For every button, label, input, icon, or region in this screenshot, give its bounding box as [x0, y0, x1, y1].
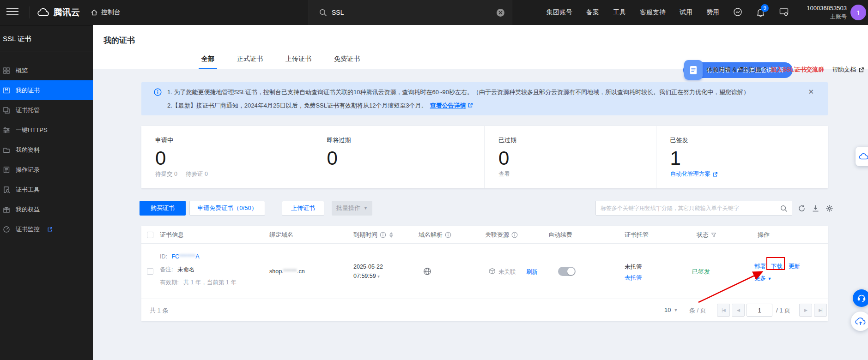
feedback-text: 体验吐槽 & 遇到问题？	[707, 66, 768, 74]
cloud-assistant-button[interactable]	[851, 312, 868, 331]
expire-time: 07:59:59 ▾	[353, 273, 380, 279]
external-link-icon	[467, 102, 473, 108]
apply-free-cert-button[interactable]: 申请免费证书（0/50）	[189, 201, 265, 216]
next-page-button[interactable]: ▶	[799, 304, 812, 317]
close-icon[interactable]: ✕	[808, 88, 814, 96]
console-link[interactable]: 控制台	[91, 0, 121, 25]
log-icon	[3, 166, 10, 174]
search-icon[interactable]	[780, 205, 788, 212]
info-icon[interactable]	[380, 232, 386, 238]
external-link-icon	[858, 67, 864, 73]
tencent-cloud-logo[interactable]: 腾讯云	[37, 0, 80, 25]
home-icon	[91, 9, 98, 16]
external-link-icon	[712, 172, 718, 177]
console-settings-icon[interactable]	[779, 8, 789, 18]
table-search-input[interactable]	[596, 201, 792, 215]
nav-item-support[interactable]: 客服支持	[640, 8, 666, 17]
info-icon	[154, 88, 162, 97]
nav-item-tools[interactable]: 工具	[613, 8, 626, 17]
resource-icon	[489, 268, 496, 275]
first-page-button[interactable]: |◀	[717, 304, 730, 317]
row-checkbox[interactable]	[147, 268, 153, 275]
notifications-bell-icon[interactable]: 9	[756, 8, 765, 17]
last-page-button[interactable]: ▶|	[814, 304, 827, 317]
select-all-checkbox[interactable]	[147, 232, 153, 238]
sidebar: SSL 证书 概览 我的证书 证书托管 一键HTTPS 我的资料 操作记录	[0, 25, 93, 360]
announcement-link[interactable]: 查看公告详情	[430, 102, 466, 109]
banner-line-1: 1. 为了您能更便捷地管理SSL证书，控制台已支持自动查询证书关联的10种腾讯云…	[167, 88, 749, 97]
gift-icon	[3, 206, 10, 213]
sidebar-item-my-benefits[interactable]: 我的权益	[0, 199, 93, 219]
account-info[interactable]: 100036853503 主账号	[807, 4, 847, 21]
col-cert-info: 证书信息	[160, 226, 184, 244]
download-link[interactable]: 下载	[771, 263, 783, 270]
clear-search-icon[interactable]	[497, 9, 504, 17]
stat-value: 0	[327, 148, 485, 168]
sidebar-item-operation-logs[interactable]: 操作记录	[0, 160, 93, 180]
update-link[interactable]: 更新	[789, 263, 800, 270]
sliders-icon	[3, 126, 10, 134]
masked-id: ******	[179, 253, 195, 260]
hosting-action-link[interactable]: 去托管	[625, 274, 642, 282]
sidebar-item-my-certificates[interactable]: 我的证书	[0, 80, 93, 100]
info-icon[interactable]	[511, 232, 518, 238]
prev-page-button[interactable]: ◀	[732, 304, 745, 317]
globe-icon[interactable]	[423, 267, 431, 276]
community-group-link[interactable]: 加入SSL证书交流群	[771, 66, 824, 74]
stat-card-pending: 申请中 0 待提交 0 待验证 0	[141, 126, 313, 188]
col-dns: 域名解析	[419, 226, 451, 244]
feedback-dock-widget[interactable]	[856, 147, 868, 166]
tab-free-certs[interactable]: 免费证书	[331, 51, 363, 69]
batch-actions-button[interactable]: 批量操作 ▼	[332, 201, 372, 216]
promo-icon[interactable]	[733, 7, 742, 18]
sidebar-item-cert-monitor[interactable]: 证书监控	[0, 219, 93, 239]
avatar[interactable]: 1	[850, 5, 866, 20]
certificates-table: 证书信息 绑定域名 到期时间 域名解析 关联资源 自动续费 证书托管 状态 操作	[141, 226, 828, 321]
sidebar-item-overview[interactable]: 概览	[0, 60, 93, 80]
deploy-link[interactable]: 部署	[754, 263, 766, 270]
refresh-icon[interactable]	[798, 204, 806, 212]
buy-certificate-button[interactable]: 购买证书	[140, 201, 186, 216]
tab-paid-certs[interactable]: 正式证书	[234, 51, 266, 69]
hosting-icon	[3, 107, 10, 114]
menu-icon[interactable]	[6, 8, 18, 17]
sidebar-item-cert-hosting[interactable]: 证书托管	[0, 100, 93, 120]
sidebar-item-one-click-https[interactable]: 一键HTTPS	[0, 120, 93, 140]
page-header: 我的证书 全部 正式证书 上传证书 免费证书 有奖问卷，产品体验您说了算 体验吐…	[93, 25, 868, 69]
customer-service-button[interactable]	[853, 289, 868, 307]
column-settings-icon[interactable]	[826, 204, 833, 212]
cloud-icon	[859, 152, 868, 161]
col-auto-renew: 自动续费	[548, 226, 572, 244]
account-id: 100036853503	[807, 4, 847, 12]
resource-status: 未关联	[498, 268, 516, 276]
nav-item-trial[interactable]: 试用	[680, 8, 692, 17]
chevron-down-icon: ▼	[767, 276, 771, 281]
sort-icon[interactable]	[389, 232, 393, 238]
view-expired-link[interactable]: 查看	[498, 170, 510, 178]
download-icon[interactable]	[812, 204, 819, 212]
stat-value: 1	[670, 148, 828, 168]
nav-item-icp[interactable]: 备案	[586, 8, 599, 17]
cloud-logo-icon	[37, 8, 50, 17]
automation-plan-link[interactable]: 自动化管理方案	[670, 170, 718, 178]
nav-item-billing[interactable]: 费用	[706, 8, 719, 17]
tab-all[interactable]: 全部	[199, 51, 217, 69]
help-doc-link[interactable]: 帮助文档	[832, 66, 856, 74]
table-header: 证书信息 绑定域名 到期时间 域名解析 关联资源 自动续费 证书托管 状态 操作	[141, 226, 828, 244]
search-input[interactable]	[332, 9, 489, 16]
tab-uploaded-certs[interactable]: 上传证书	[283, 51, 314, 69]
sidebar-item-my-profile[interactable]: 我的资料	[0, 140, 93, 160]
refresh-resources-link[interactable]: 刷新	[526, 268, 538, 276]
cloud-upload-icon	[855, 317, 866, 326]
filter-icon[interactable]	[711, 232, 716, 238]
caret-down-icon[interactable]: ▾	[377, 274, 380, 279]
auto-renew-toggle[interactable]	[558, 267, 576, 276]
info-icon[interactable]	[445, 232, 451, 238]
upload-cert-button[interactable]: 上传证书	[282, 201, 324, 216]
current-page-input[interactable]	[747, 304, 772, 317]
search-icon	[319, 9, 327, 17]
more-actions-link[interactable]: 更多 ▼	[754, 275, 771, 282]
sidebar-item-cert-tools[interactable]: 证书工具	[0, 180, 93, 199]
page-size-select[interactable]: 10 ▼	[664, 306, 678, 313]
nav-item-group-account[interactable]: 集团账号	[546, 8, 572, 17]
